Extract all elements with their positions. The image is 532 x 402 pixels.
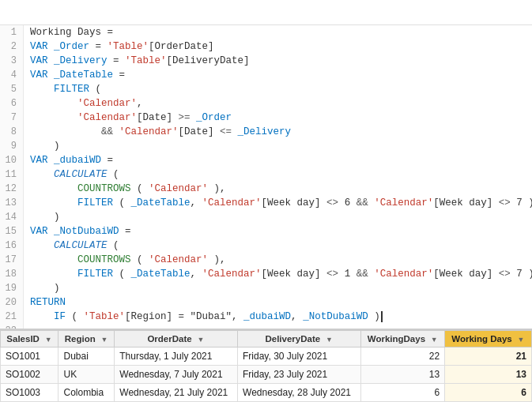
line-content[interactable]: VAR _dubaiWD =: [24, 153, 113, 167]
line-number: 16: [0, 239, 24, 253]
line-content[interactable]: IF ( 'Table'[Region] = "Dubai", _dubaiWD…: [24, 310, 383, 324]
code-line: 2VAR _Order = 'Table'[OrderDate]: [0, 39, 532, 54]
line-number: 8: [0, 125, 24, 139]
data-table: SalesID ▼Region ▼OrderDate ▼DeliveryDate…: [0, 330, 532, 402]
line-content[interactable]: Working Days =: [24, 25, 119, 39]
table-header-working-days[interactable]: Working Days ▼: [445, 331, 532, 348]
line-number: 1: [0, 25, 24, 39]
line-number: 18: [0, 267, 24, 281]
line-content[interactable]: ): [24, 281, 60, 295]
table-header-region[interactable]: Region ▼: [58, 331, 115, 348]
table-cell: Colombia: [58, 384, 115, 402]
table-cell: Dubai: [58, 348, 115, 366]
code-line: 21 IF ( 'Table'[Region] = "Dubai", _duba…: [0, 310, 532, 324]
table-cell: SO1001: [1, 348, 58, 366]
table-cell: Friday, 30 July 2021: [238, 348, 361, 366]
line-content[interactable]: 'Calendar'[Date] >= _Order: [24, 111, 232, 125]
code-line: 10VAR _dubaiWD =: [0, 153, 532, 167]
filter-icon[interactable]: ▼: [44, 336, 52, 344]
table-cell: 22: [360, 348, 444, 366]
table-header-workingdays[interactable]: WorkingDays ▼: [360, 331, 444, 348]
line-content[interactable]: RETURN: [24, 295, 66, 310]
filter-icon[interactable]: ▼: [325, 336, 333, 344]
line-content[interactable]: VAR _Delivery = 'Table'[DeliveryDate]: [24, 54, 250, 68]
line-content[interactable]: FILTER (: [24, 82, 101, 96]
code-line: 19 ): [0, 281, 532, 295]
table-row: SO1001DubaiThursday, 1 July 2021Friday, …: [1, 348, 532, 366]
filter-icon[interactable]: ▼: [197, 336, 205, 344]
line-content[interactable]: VAR _Order = 'Table'[OrderDate]: [24, 39, 214, 54]
line-number: 12: [0, 182, 24, 196]
line-number: 21: [0, 310, 24, 324]
line-content[interactable]: FILTER ( _DateTable, 'Calendar'[Week day…: [24, 267, 532, 281]
table-row: SO1002UKWednesday, 7 July 2021Friday, 23…: [1, 366, 532, 384]
line-number: 6: [0, 96, 24, 111]
code-line: 9 ): [0, 139, 532, 153]
line-content[interactable]: CALCULATE (: [24, 239, 119, 253]
table-header-salesid[interactable]: SalesID ▼: [1, 331, 58, 348]
line-content[interactable]: COUNTROWS ( 'Calendar' ),: [24, 253, 226, 267]
code-lines: 1Working Days = 2VAR _Order = 'Table'[Or…: [0, 25, 532, 329]
code-line: 17 COUNTROWS ( 'Calendar' ),: [0, 253, 532, 267]
line-number: 3: [0, 54, 24, 68]
line-content[interactable]: ): [24, 139, 60, 153]
code-line: 3VAR _Delivery = 'Table'[DeliveryDate]: [0, 54, 532, 68]
code-line: 15VAR _NotDubaiWD =: [0, 224, 532, 239]
line-number: 19: [0, 281, 24, 295]
line-number: 5: [0, 82, 24, 96]
line-number: 14: [0, 210, 24, 224]
line-number: 13: [0, 196, 24, 210]
table-cell: Wednesday, 21 July 2021: [115, 384, 238, 402]
code-line: 5 FILTER (: [0, 82, 532, 96]
table-cell: 13: [360, 366, 444, 384]
cursor-blink: [381, 311, 383, 322]
filter-icon[interactable]: ▼: [430, 336, 438, 344]
table-header-deliverydate[interactable]: DeliveryDate ▼: [238, 331, 361, 348]
code-line: 16 CALCULATE (: [0, 239, 532, 253]
table-header-orderdate[interactable]: OrderDate ▼: [115, 331, 238, 348]
line-number: 2: [0, 39, 24, 54]
line-number: 11: [0, 167, 24, 182]
line-content[interactable]: VAR _DateTable =: [24, 68, 125, 82]
code-line: 12 COUNTROWS ( 'Calendar' ),: [0, 182, 532, 196]
code-line: 1Working Days =: [0, 25, 532, 39]
code-line: 13 FILTER ( _DateTable, 'Calendar'[Week …: [0, 196, 532, 210]
line-content[interactable]: FILTER ( _DateTable, 'Calendar'[Week day…: [24, 196, 532, 210]
table-cell: 21: [445, 348, 532, 366]
table-area: SalesID ▼Region ▼OrderDate ▼DeliveryDate…: [0, 329, 532, 402]
code-editor: 1Working Days = 2VAR _Order = 'Table'[Or…: [0, 25, 532, 329]
code-line: 4VAR _DateTable =: [0, 68, 532, 82]
table-row: SO1003ColombiaWednesday, 21 July 2021Wed…: [1, 384, 532, 402]
line-number: 4: [0, 68, 24, 82]
filter-icon[interactable]: ▼: [517, 336, 525, 344]
table-cell: Friday, 23 July 2021: [238, 366, 361, 384]
line-number: 20: [0, 295, 24, 310]
table-cell: Wednesday, 28 July 2021: [238, 384, 361, 402]
table-cell: Thursday, 1 July 2021: [115, 348, 238, 366]
table-cell: 13: [445, 366, 532, 384]
table-cell: SO1003: [1, 384, 58, 402]
line-number: 7: [0, 111, 24, 125]
table-cell: SO1002: [1, 366, 58, 384]
code-line: 8 && 'Calendar'[Date] <= _Delivery: [0, 125, 532, 139]
table-cell: 6: [360, 384, 444, 402]
line-content[interactable]: ): [24, 210, 60, 224]
line-content[interactable]: 'Calendar',: [24, 96, 143, 111]
line-number: 10: [0, 153, 24, 167]
code-line: 18 FILTER ( _DateTable, 'Calendar'[Week …: [0, 267, 532, 281]
line-number: 17: [0, 253, 24, 267]
table-cell: UK: [58, 366, 115, 384]
line-content[interactable]: VAR _NotDubaiWD =: [24, 224, 131, 239]
line-content[interactable]: CALCULATE (: [24, 167, 119, 182]
table-cell: 6: [445, 384, 532, 402]
code-line: 11 CALCULATE (: [0, 167, 532, 182]
line-content[interactable]: && 'Calendar'[Date] <= _Delivery: [24, 125, 291, 139]
code-line: 6 'Calendar',: [0, 96, 532, 111]
code-line: 14 ): [0, 210, 532, 224]
table-cell: Wednesday, 7 July 2021: [115, 366, 238, 384]
filter-icon[interactable]: ▼: [100, 336, 108, 344]
code-line: 20RETURN: [0, 295, 532, 310]
toolbar: [0, 0, 532, 25]
line-number: 9: [0, 139, 24, 153]
line-content[interactable]: COUNTROWS ( 'Calendar' ),: [24, 182, 226, 196]
